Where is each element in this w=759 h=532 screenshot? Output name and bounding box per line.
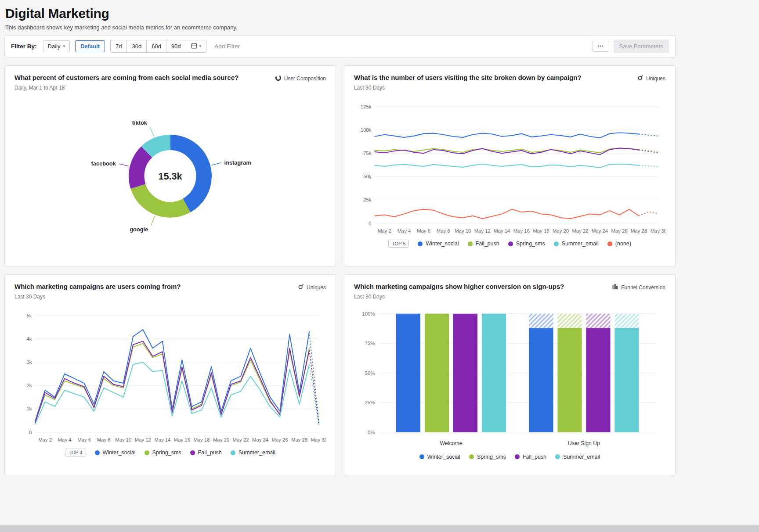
- svg-text:75k: 75k: [363, 151, 372, 156]
- legend-label: Fall_push: [523, 454, 546, 460]
- card-title[interactable]: What is the number of users visiting the…: [354, 74, 582, 81]
- svg-text:May 24: May 24: [252, 437, 268, 442]
- line-chart-campaign-users: 01k2k3k4k5kMay 2May 4May 6May 8May 10May…: [14, 310, 326, 445]
- legend-color-dot: [418, 241, 423, 246]
- card-campaign-sources: Which marketing campaigns are users comi…: [4, 274, 336, 475]
- range-7d-button[interactable]: 7d: [110, 40, 127, 53]
- legend-item-Summer_email[interactable]: Summer_email: [554, 241, 599, 247]
- page-subtitle: This dashboard shows key marketing and s…: [5, 24, 675, 31]
- svg-text:May 28: May 28: [291, 437, 307, 442]
- interval-dropdown[interactable]: Daily ▾: [43, 40, 70, 52]
- legend-item-Winter_social[interactable]: Winter_social: [418, 241, 459, 247]
- svg-text:0: 0: [369, 221, 371, 226]
- range-90d-button[interactable]: 90d: [166, 40, 186, 53]
- legend-color-dot: [515, 454, 520, 459]
- svg-text:75%: 75%: [365, 341, 375, 346]
- card-subtitle: Last 30 Days: [354, 85, 582, 91]
- svg-text:May 10: May 10: [455, 228, 471, 234]
- legend-label: Summer_email: [239, 449, 275, 456]
- svg-text:May 6: May 6: [77, 437, 91, 442]
- card-social-media-source: What percent of customers are coming fro…: [4, 65, 336, 266]
- svg-text:May 2: May 2: [378, 228, 391, 234]
- legend-label: Winter_social: [426, 241, 459, 247]
- svg-text:May 14: May 14: [494, 228, 510, 234]
- svg-text:May 30: May 30: [651, 228, 665, 234]
- svg-text:May 16: May 16: [174, 437, 190, 442]
- svg-text:3k: 3k: [26, 359, 32, 365]
- svg-text:100%: 100%: [362, 311, 375, 316]
- svg-text:May 30: May 30: [311, 437, 326, 442]
- page-header: Digital Marketing This dashboard shows k…: [4, 0, 676, 35]
- legend-item-Fall_push[interactable]: Fall_push: [468, 241, 499, 247]
- range-60d-button[interactable]: 60d: [146, 40, 166, 53]
- svg-text:google: google: [130, 226, 148, 233]
- card-title[interactable]: What percent of customers are coming fro…: [14, 74, 239, 81]
- horizontal-scrollbar-track[interactable]: [0, 525, 759, 532]
- legend-label: Summer_email: [563, 454, 600, 460]
- legend-color-dot: [419, 454, 424, 459]
- chart-type-meta: User Composition: [275, 75, 326, 83]
- svg-text:50%: 50%: [365, 370, 375, 376]
- card-title[interactable]: Which marketing campaigns show higher co…: [354, 283, 564, 290]
- svg-text:125k: 125k: [361, 104, 372, 109]
- svg-text:4k: 4k: [26, 336, 32, 341]
- filter-bar-right: ••• Save Parameters: [593, 40, 669, 53]
- donut-chart: instagramgooglefacebooktiktok15.3k: [14, 97, 326, 252]
- legend-item-Winter_social[interactable]: Winter_social: [419, 454, 460, 460]
- legend-item-Spring_sms[interactable]: Spring_sms: [469, 454, 506, 460]
- dashboard-content: Digital Marketing This dashboard shows k…: [4, 0, 676, 475]
- svg-text:May 14: May 14: [154, 437, 170, 442]
- svg-text:May 20: May 20: [213, 437, 229, 442]
- svg-text:2k: 2k: [26, 383, 32, 388]
- svg-text:facebook: facebook: [91, 160, 116, 167]
- svg-text:May 26: May 26: [611, 228, 628, 234]
- svg-text:User Sign Up: User Sign Up: [568, 440, 600, 446]
- legend-color-dot: [190, 450, 195, 455]
- svg-text:May 26: May 26: [272, 437, 288, 442]
- card-title[interactable]: Which marketing campaigns are users comi…: [14, 283, 181, 290]
- legend-label: Spring_sms: [516, 241, 545, 247]
- card-users-by-campaign: What is the number of users visiting the…: [344, 65, 676, 266]
- date-range-picker[interactable]: ▾: [186, 40, 207, 53]
- add-filter-button[interactable]: Add Filter: [214, 43, 240, 50]
- legend-label: (none): [615, 241, 631, 247]
- chevron-down-icon: ▾: [63, 44, 65, 48]
- legend-label: Winter_social: [103, 449, 136, 456]
- more-options-button[interactable]: •••: [593, 41, 609, 52]
- interval-dropdown-value: Daily: [48, 43, 61, 50]
- svg-text:May 20: May 20: [553, 228, 569, 234]
- legend-item-(none)[interactable]: (none): [607, 241, 631, 247]
- legend-label: Spring_sms: [152, 449, 181, 456]
- legend-item-Fall_push[interactable]: Fall_push: [515, 454, 546, 460]
- svg-text:instagram: instagram: [224, 159, 251, 166]
- default-filter-button[interactable]: Default: [75, 40, 105, 52]
- chart-type-meta: Uniques: [637, 75, 665, 82]
- legend-item-Spring_sms[interactable]: Spring_sms: [508, 241, 545, 247]
- legend-item-Summer_email[interactable]: Summer_email: [555, 454, 600, 460]
- svg-text:May 28: May 28: [631, 228, 647, 234]
- chart-type-label: Uniques: [307, 284, 326, 291]
- svg-text:May 4: May 4: [398, 228, 411, 234]
- svg-text:May 16: May 16: [513, 228, 530, 234]
- svg-text:May 4: May 4: [58, 437, 72, 442]
- save-parameters-button[interactable]: Save Parameters: [614, 40, 669, 53]
- legend-label: Summer_email: [562, 241, 599, 247]
- legend-item-Spring_sms[interactable]: Spring_sms: [145, 449, 181, 456]
- funnel-conversion-icon: [612, 284, 618, 291]
- svg-text:May 22: May 22: [232, 437, 249, 442]
- legend-label: Fall_push: [198, 449, 222, 456]
- svg-text:May 18: May 18: [533, 228, 549, 234]
- svg-text:0: 0: [29, 430, 32, 435]
- svg-text:May 10: May 10: [115, 437, 131, 442]
- legend-item-Summer_email[interactable]: Summer_email: [231, 449, 275, 456]
- legend-color-dot: [554, 241, 559, 246]
- legend-top-badge: TOP 5: [388, 240, 409, 248]
- legend-item-Winter_social[interactable]: Winter_social: [95, 449, 136, 456]
- svg-text:May 8: May 8: [97, 437, 111, 442]
- svg-text:May 12: May 12: [474, 228, 491, 234]
- legend-color-dot: [95, 450, 100, 455]
- svg-text:May 12: May 12: [135, 437, 151, 442]
- range-30d-button[interactable]: 30d: [126, 40, 147, 53]
- legend-item-Fall_push[interactable]: Fall_push: [190, 449, 222, 456]
- svg-text:5k: 5k: [26, 313, 32, 318]
